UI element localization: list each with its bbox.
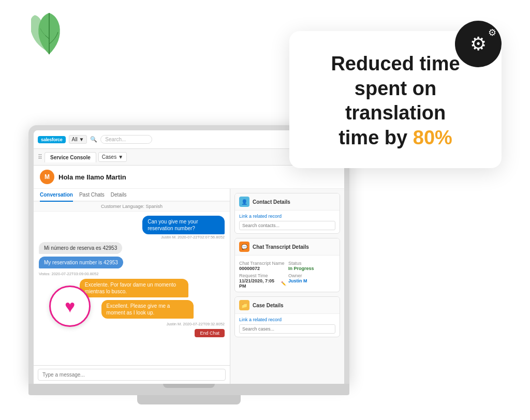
tab-conversation[interactable]: Conversation (40, 189, 73, 202)
case-details-body: Link a related record (235, 314, 340, 337)
chat-header: M Hola me llamo Martin (34, 166, 344, 189)
service-console-tab[interactable]: Service Console (45, 152, 96, 162)
message-timestamp: Vistos: 2020-07-22T03:09:00.8052 (39, 272, 225, 276)
transcript-details-header: 💬 Chat Transcript Details (235, 238, 340, 256)
message-timestamp: Justin M. 2020-07-22T02:07:56.8052 (161, 235, 225, 239)
transcript-details-title: Chat Transcript Details (253, 244, 309, 250)
edit-icon[interactable]: ✏️ (281, 281, 286, 286)
transcript-name-label: Chat Transcript Name 00000072 (239, 261, 286, 271)
contact-details-header: 👤 Contact Details (235, 193, 340, 211)
message-group-1: Can you give me your reservation number?… (115, 216, 225, 239)
case-search-input[interactable] (239, 324, 335, 334)
message-bubble: Excellent. Please give me a moment as I … (101, 300, 225, 319)
transcript-fields: Chat Transcript Name 00000072 Status In … (239, 261, 335, 289)
cases-chevron-icon: ▼ (118, 154, 123, 160)
laptop-screen-inner: salesforce All ▼ 🔍 Search... ⠿ Service C… (34, 130, 344, 384)
small-gear-icon: ⚙ (488, 27, 496, 38)
salesforce-logo: salesforce (38, 136, 66, 143)
sf-subtabs: Conversation Past Chats Details (34, 189, 230, 202)
transcript-name-value: 00000072 (239, 266, 286, 271)
info-line3: time by (338, 127, 407, 148)
transcript-owner-label: Owner Justin M (288, 273, 335, 289)
info-highlight: 80% (413, 127, 452, 148)
contact-icon: 👤 (239, 197, 249, 207)
tab-past-chats[interactable]: Past Chats (79, 189, 105, 201)
sf-search-placeholder: Search... (105, 137, 126, 142)
contact-details-card: 👤 Contact Details Link a related record (234, 193, 340, 234)
chat-customer-name: Hola me llamo Martin (58, 173, 126, 181)
contact-link-related[interactable]: Link a related record (239, 214, 335, 219)
transcript-owner-value[interactable]: Justin M (288, 278, 335, 283)
end-chat-button[interactable]: End Chat (195, 329, 225, 337)
contact-search-input[interactable] (239, 221, 335, 230)
transcript-request-time-label: Request Time 11/21/2020, 7:05 PM ✏️ (239, 273, 286, 289)
message-bubble: Excelente. Por favor dame un momento mie… (80, 279, 225, 297)
transcript-details-card: 💬 Chat Transcript Details Chat Transcrip… (234, 238, 340, 292)
contact-details-title: Contact Details (253, 199, 290, 205)
laptop-stand (137, 395, 241, 404)
gear-icon: ⚙ (470, 33, 487, 55)
tab-details[interactable]: Details (111, 189, 127, 201)
transcript-status-label: Status In Progress (288, 261, 335, 271)
sf-nav-all-button[interactable]: All ▼ (69, 135, 87, 144)
sf-main-area: Conversation Past Chats Details Customer… (34, 189, 344, 384)
transcript-request-time-value: 11/21/2020, 7:05 PM (239, 278, 278, 289)
heart-icon: ♥ (65, 296, 75, 317)
leaf-decoration (31, 10, 67, 57)
info-line2: spent on translation (345, 78, 446, 124)
sf-right-panel: 👤 Contact Details Link a related record (230, 189, 344, 384)
salesforce-app: salesforce All ▼ 🔍 Search... ⠿ Service C… (34, 130, 344, 384)
cases-dropdown[interactable]: Cases ▼ (98, 152, 127, 162)
message-bubble-translated: My reservation number is 42953 (39, 257, 123, 268)
message-bubble: Mi número de reserva es 42953 (39, 242, 122, 254)
case-details-header: 📁 Case Details (235, 297, 340, 314)
case-link-related[interactable]: Link a related record (239, 317, 335, 322)
gear-badge: ⚙ ⚙ (455, 21, 502, 67)
contact-details-body: Link a related record (235, 211, 340, 233)
transcript-details-body: Chat Transcript Name 00000072 Status In … (235, 256, 340, 292)
search-icon: 🔍 (90, 136, 97, 143)
message-input-area (34, 365, 230, 384)
transcript-status-value: In Progress (288, 266, 335, 271)
message-bubble: Can you give me your reservation number? (142, 216, 225, 234)
grid-icon: ⠿ (38, 154, 42, 161)
case-details-title: Case Details (253, 303, 283, 308)
laptop-base (28, 384, 349, 395)
message-input[interactable] (38, 369, 226, 381)
customer-language-label: Customer Language: Spanish (34, 202, 230, 212)
heart-badge: ♥ (49, 286, 91, 327)
transcript-icon: 💬 (239, 242, 249, 252)
sf-search-box[interactable]: Search... (100, 135, 152, 144)
info-line1: Reduced time (331, 53, 460, 74)
chat-avatar: M (40, 170, 54, 184)
message-timestamp: Justin M. 2020-07-22T09:32.8052 (166, 322, 225, 326)
case-details-card: 📁 Case Details Link a related record (234, 296, 340, 337)
case-icon: 📁 (239, 300, 249, 310)
